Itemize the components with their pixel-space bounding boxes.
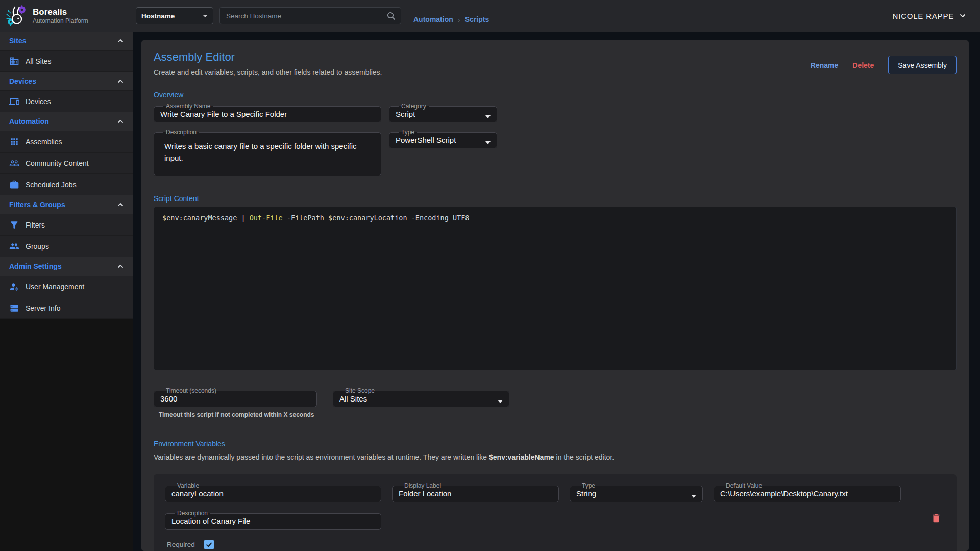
caret-down-icon xyxy=(498,400,503,403)
env-variables-description: Variables are dynamically passed into th… xyxy=(154,453,957,461)
default-value-value: C:\Users\example\Desktop\Canary.txt xyxy=(720,489,894,498)
display-label-field[interactable]: Display Label Folder Location xyxy=(392,483,559,502)
field-label: Type xyxy=(579,483,598,489)
delete-button[interactable]: Delete xyxy=(852,61,874,69)
sidebar-item-label: All Sites xyxy=(26,57,52,65)
caret-down-icon xyxy=(485,115,491,118)
script-content-heading: Script Content xyxy=(154,194,957,203)
code-token: -FilePath $env:canaryLocation -Encoding … xyxy=(283,214,470,222)
sidebar-section-label: Sites xyxy=(9,37,26,45)
briefcase-icon xyxy=(9,180,19,190)
sidebar-item-label: Filters xyxy=(26,221,45,229)
overview-heading: Overview xyxy=(154,91,957,99)
variable-type-select[interactable]: Type String xyxy=(570,483,703,502)
field-label: Type xyxy=(399,129,417,136)
field-label: Display Label xyxy=(402,483,444,489)
sidebar-section-label: Filters & Groups xyxy=(9,201,65,209)
save-assembly-button[interactable]: Save Assembly xyxy=(888,56,957,74)
sidebar-filler xyxy=(0,319,133,551)
timeout-helper-text: Timeout this script if not completed wit… xyxy=(159,411,317,418)
variable-name-value: canaryLocation xyxy=(172,489,375,498)
sidebar: Sites All Sites Devices Devices Automati… xyxy=(0,32,133,551)
type-select[interactable]: Type PowerShell Script xyxy=(389,129,497,148)
sidebar-section-automation[interactable]: Automation xyxy=(0,112,133,131)
sidebar-item-label: Assemblies xyxy=(26,138,62,146)
filter-funnel-icon xyxy=(9,220,19,230)
user-gear-icon xyxy=(9,282,19,292)
field-label: Default Value xyxy=(723,483,765,489)
server-icon xyxy=(9,303,19,313)
default-value-field[interactable]: Default Value C:\Users\example\Desktop\C… xyxy=(714,483,901,502)
variable-description-field[interactable]: Description Location of Canary File xyxy=(165,510,381,530)
sidebar-section-label: Admin Settings xyxy=(9,262,62,270)
trash-icon xyxy=(930,513,942,524)
description-value: Writes a basic canary file to a specific… xyxy=(160,140,375,164)
variable-name-field[interactable]: Variable canaryLocation xyxy=(165,483,381,502)
brand-name: Borealis xyxy=(33,7,88,17)
sidebar-item-label: Community Content xyxy=(26,159,89,167)
env-variable-row: Variable canaryLocation Display Label Fo… xyxy=(154,474,957,551)
variable-description-value: Location of Canary File xyxy=(172,517,375,525)
sidebar-item-label: Scheduled Jobs xyxy=(26,181,77,189)
buildings-icon xyxy=(9,56,19,66)
site-scope-select[interactable]: Site Scope All Sites xyxy=(333,388,509,407)
caret-down-icon xyxy=(485,141,491,144)
assembly-name-value: Write Canary File to a Specific Folder xyxy=(160,110,375,118)
chevron-down-icon xyxy=(959,12,967,20)
chevron-up-icon xyxy=(116,201,125,209)
script-code-editor[interactable]: $env:canaryMessage | Out-File -FilePath … xyxy=(154,207,957,370)
apps-grid-icon xyxy=(9,137,19,147)
field-label: Timeout (seconds) xyxy=(163,388,219,394)
sidebar-item-assemblies[interactable]: Assemblies xyxy=(0,131,133,153)
timeout-value: 3600 xyxy=(160,394,310,403)
sidebar-section-devices[interactable]: Devices xyxy=(0,72,133,91)
field-label: Variable xyxy=(175,483,202,489)
env-variable-token: $env:variableName xyxy=(489,453,554,461)
sidebar-section-filters-groups[interactable]: Filters & Groups xyxy=(0,195,133,214)
timeout-field[interactable]: Timeout (seconds) 3600 xyxy=(154,388,317,407)
assembly-name-field[interactable]: Assembly Name Write Canary File to a Spe… xyxy=(154,103,381,122)
search-box xyxy=(219,7,401,24)
breadcrumb-separator: › xyxy=(458,15,460,24)
sidebar-item-user-management[interactable]: User Management xyxy=(0,276,133,297)
sidebar-item-groups[interactable]: Groups xyxy=(0,236,133,257)
brand-subtitle: Automation Platform xyxy=(33,17,88,24)
hostname-select[interactable]: Hostname xyxy=(136,7,213,24)
sidebar-section-admin-settings[interactable]: Admin Settings xyxy=(0,257,133,276)
sidebar-item-label: Groups xyxy=(26,242,49,251)
user-name: NICOLE RAPPE xyxy=(893,12,954,20)
field-label: Description xyxy=(163,129,199,136)
sidebar-item-community-content[interactable]: Community Content xyxy=(0,153,133,174)
sidebar-item-devices[interactable]: Devices xyxy=(0,91,133,112)
field-label: Assembly Name xyxy=(163,103,213,110)
assembly-editor-card: Assembly Editor Create and edit variable… xyxy=(141,40,969,551)
search-icon xyxy=(386,11,396,20)
description-field[interactable]: Description Writes a basic canary file t… xyxy=(154,129,381,176)
display-label-value: Folder Location xyxy=(399,489,552,498)
caret-down-icon xyxy=(203,15,208,17)
breadcrumb-automation[interactable]: Automation xyxy=(413,15,453,23)
devices-icon xyxy=(9,96,19,107)
hostname-select-value: Hostname xyxy=(141,12,175,20)
sidebar-section-sites[interactable]: Sites xyxy=(0,32,133,51)
category-select[interactable]: Category Script xyxy=(389,103,497,122)
groups-icon xyxy=(9,241,19,252)
sidebar-item-scheduled-jobs[interactable]: Scheduled Jobs xyxy=(0,174,133,195)
variable-type-value: String xyxy=(576,489,696,498)
field-label: Description xyxy=(175,510,210,517)
user-menu[interactable]: NICOLE RAPPE xyxy=(893,12,967,20)
sidebar-item-server-info[interactable]: Server Info xyxy=(0,297,133,319)
required-label: Required xyxy=(167,541,195,548)
sidebar-item-all-sites[interactable]: All Sites xyxy=(0,51,133,72)
field-label: Category xyxy=(399,103,429,110)
breadcrumb-scripts[interactable]: Scripts xyxy=(465,15,489,23)
page-subtitle: Create and edit variables, scripts, and … xyxy=(154,68,382,77)
rename-button[interactable]: Rename xyxy=(811,61,838,69)
delete-variable-button[interactable] xyxy=(929,511,943,525)
search-input[interactable] xyxy=(225,12,386,20)
sidebar-item-label: Devices xyxy=(26,97,51,106)
required-checkbox[interactable] xyxy=(204,540,214,549)
brand[interactable]: Borealis Automation Platform xyxy=(0,5,133,27)
sidebar-item-filters[interactable]: Filters xyxy=(0,214,133,236)
top-bar: Borealis Automation Platform Hostname Au… xyxy=(0,0,980,32)
